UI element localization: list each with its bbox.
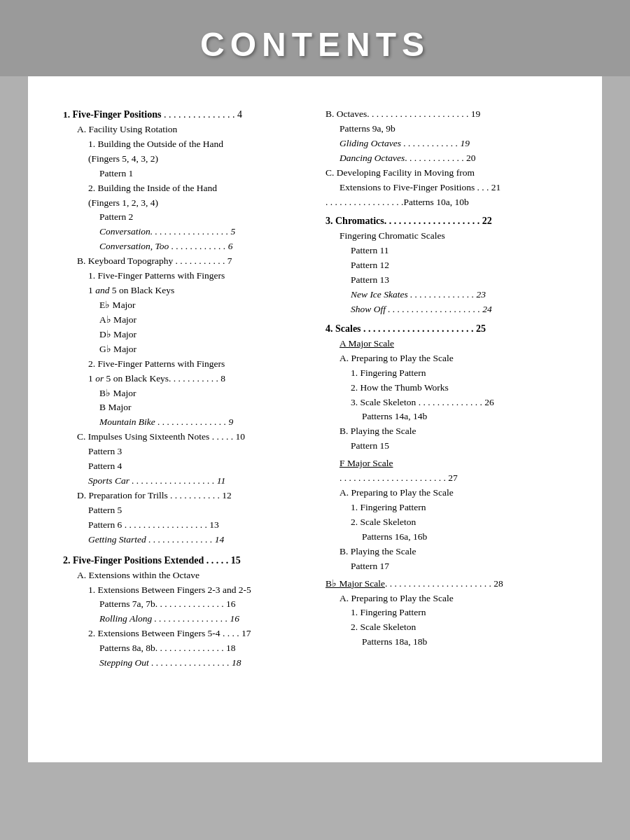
section-1a1: 1. Building the Outside of the Hand — [63, 137, 304, 152]
section-3-showoff: Show Off . . . . . . . . . . . . . . . .… — [326, 302, 567, 317]
section-1b2-bb: B♭ Major — [63, 386, 304, 401]
section-2a1-patterns: Patterns 7a, 7b. . . . . . . . . . . . .… — [63, 597, 304, 612]
section-1a2-pattern2: Pattern 2 — [63, 210, 304, 225]
section-1a1-sub: (Fingers 5, 4, 3, 2) — [63, 152, 304, 167]
section-4-bb-skeleton: 2. Scale Skeleton — [326, 620, 567, 635]
section-1-title: Five-Finger Positions . . . . . . . . . … — [73, 109, 242, 120]
section-3-iceskates: New Ice Skates . . . . . . . . . . . . .… — [326, 288, 567, 302]
section-4-a-skeleton: 3. Scale Skeleton . . . . . . . . . . . … — [326, 396, 567, 410]
section-4-bb-line: B♭ Major Scale . . . . . . . . . . . . .… — [326, 577, 567, 592]
section-1d: D. Preparation for Trills . . . . . . . … — [63, 489, 304, 503]
section-3-p12: Pattern 12 — [326, 258, 567, 273]
section-1: 1. Five-Finger Positions . . . . . . . .… — [63, 107, 304, 122]
section-1b2-b: B Major — [63, 400, 304, 415]
section-2a2-stepping: Stepping Out . . . . . . . . . . . . . .… — [63, 656, 304, 671]
section-2: 2. Five-Finger Positions Extended . . . … — [63, 553, 304, 568]
section-4-a-p15: Pattern 15 — [326, 439, 567, 454]
right-patterns-10: . . . . . . . . . . . . . . . . .Pattern… — [326, 195, 567, 210]
section-3-p13: Pattern 13 — [326, 273, 567, 288]
right-dancing: Dancing Octaves. . . . . . . . . . . . .… — [326, 151, 567, 166]
section-1a2: 2. Building the Inside of the Hand — [63, 181, 304, 196]
section-1b1: 1. Five-Finger Patterns with Fingers — [63, 269, 304, 284]
section-4-a-thumb: 2. How the Thumb Works — [326, 381, 567, 396]
title-banner: CONTENTS — [0, 13, 630, 76]
section-3-fingering: Fingering Chromatic Scales — [326, 229, 567, 244]
section-4-bb-fp: 1. Fingering Pattern — [326, 606, 567, 620]
section-1a2-conversation: Conversation. . . . . . . . . . . . . . … — [63, 225, 304, 239]
section-1d-p6: Pattern 6 . . . . . . . . . . . . . . . … — [63, 518, 304, 533]
page-body: 1. Five-Finger Positions . . . . . . . .… — [28, 76, 602, 762]
section-1b2: 2. Five-Finger Patterns with Fingers — [63, 357, 304, 372]
section-4-a-fp: 1. Fingering Pattern — [326, 366, 567, 381]
section-4-a-playing: B. Playing the Scale — [326, 424, 567, 439]
section-2-label: 2. Five-Finger Positions Extended . . . … — [63, 555, 241, 566]
section-4-bbmajor: B♭ Major Scale — [326, 577, 385, 592]
section-4-f-p16: Patterns 16a, 16b — [326, 530, 567, 545]
section-4-f-fp: 1. Fingering Pattern — [326, 500, 567, 515]
right-developing-sub: Extensions to Five-Finger Positions . . … — [326, 181, 567, 195]
section-1b1-sub: 1 and 5 on Black Keys — [63, 284, 304, 298]
section-2a1-rolling: Rolling Along . . . . . . . . . . . . . … — [63, 612, 304, 626]
section-2a2: 2. Extensions Between Fingers 5-4 . . . … — [63, 626, 304, 641]
section-1b2-sub: 1 or 5 on Black Keys. . . . . . . . . . … — [63, 372, 304, 386]
section-4-f-playing: B. Playing the Scale — [326, 545, 567, 559]
section-4-f-skeleton: 2. Scale Skeleton — [326, 515, 567, 530]
section-1c-p4: Pattern 4 — [63, 459, 304, 474]
right-gliding: Gliding Octaves . . . . . . . . . . . . … — [326, 136, 567, 151]
section-1c-p3: Pattern 3 — [63, 444, 304, 459]
section-1b1-eb: E♭ Major — [63, 298, 304, 313]
bottom-bar — [0, 762, 630, 840]
section-4-bb-dots: . . . . . . . . . . . . . . . . . . . . … — [385, 577, 503, 592]
left-column: 1. Five-Finger Positions . . . . . . . .… — [63, 104, 318, 720]
section-2a1: 1. Extensions Between Fingers 2-3 and 2-… — [63, 583, 304, 598]
section-1d-p5: Pattern 5 — [63, 503, 304, 518]
section-1b: B. Keyboard Topography . . . . . . . . .… — [63, 254, 304, 269]
section-4-label: 4. Scales . . . . . . . . . . . . . . . … — [326, 323, 486, 334]
right-column: B. Octaves. . . . . . . . . . . . . . . … — [318, 104, 567, 720]
page-title: CONTENTS — [200, 26, 430, 63]
section-1b2-mountain-bike: Mountain Bike . . . . . . . . . . . . . … — [63, 415, 304, 430]
section-4-bb-prep: A. Preparing to Play the Scale — [326, 592, 567, 606]
section-4-bb-p18: Patterns 18a, 18b — [326, 635, 567, 650]
section-4-amajor: A Major Scale — [326, 337, 567, 351]
section-2a: A. Extensions within the Octave — [63, 568, 304, 583]
section-4-fmajor: F Major Scale — [326, 456, 567, 471]
section-1a1-pattern: Pattern 1 — [63, 167, 304, 181]
section-4-f-p17: Pattern 17 — [326, 559, 567, 574]
right-octaves: B. Octaves. . . . . . . . . . . . . . . … — [326, 107, 567, 122]
right-developing: C. Developing Facility in Moving from — [326, 166, 567, 181]
top-bar — [0, 0, 630, 13]
section-1b1-ab: A♭ Major — [63, 313, 304, 328]
section-1c-sportscar: Sports Car . . . . . . . . . . . . . . .… — [63, 474, 304, 489]
section-4-f-prep: A. Preparing to Play the Scale — [326, 486, 567, 500]
section-4-f-dots: . . . . . . . . . . . . . . . . . . . . … — [326, 471, 567, 486]
section-1b1-gb: G♭ Major — [63, 342, 304, 357]
section-4-a-prep: A. Preparing to Play the Scale — [326, 351, 567, 366]
right-patterns-9ab: Patterns 9a, 9b — [326, 122, 567, 136]
section-3-label: 3. Chromatics. . . . . . . . . . . . . .… — [326, 216, 492, 226]
section-1c: C. Impulses Using Sixteenth Notes . . . … — [63, 430, 304, 444]
section-4-a-p14: Patterns 14a, 14b — [326, 410, 567, 424]
section-2a2-patterns: Patterns 8a, 8b. . . . . . . . . . . . .… — [63, 641, 304, 656]
section-1a2-conversation-too: Conversation, Too . . . . . . . . . . . … — [63, 239, 304, 254]
section-1b1-db: D♭ Major — [63, 328, 304, 342]
section-1d-getting-started: Getting Started . . . . . . . . . . . . … — [63, 533, 304, 547]
section-1-number: 1. — [63, 109, 70, 120]
section-1a2-sub: (Fingers 1, 2, 3, 4) — [63, 196, 304, 211]
section-3: 3. Chromatics. . . . . . . . . . . . . .… — [326, 214, 567, 229]
section-4: 4. Scales . . . . . . . . . . . . . . . … — [326, 321, 567, 337]
section-3-p11: Pattern 11 — [326, 244, 567, 258]
section-1a: A. Facility Using Rotation — [63, 122, 304, 137]
